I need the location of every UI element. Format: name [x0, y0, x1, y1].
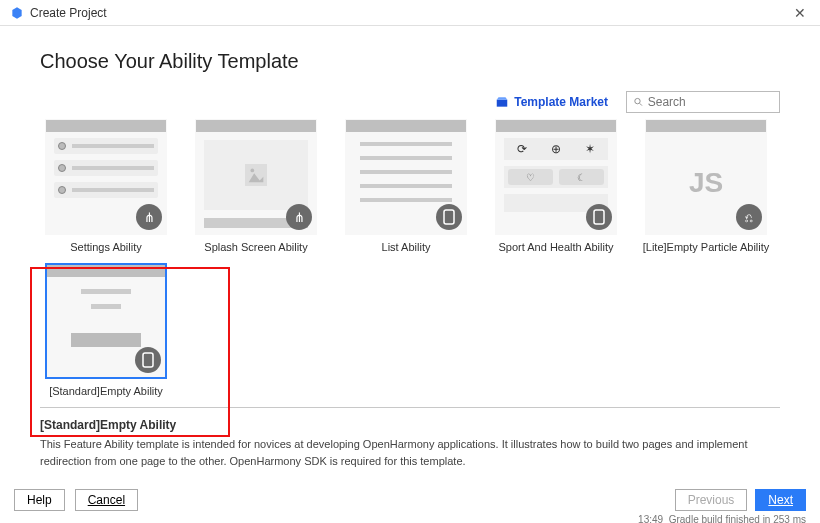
app-icon: [10, 6, 24, 20]
template-label: List Ability: [382, 241, 431, 253]
help-button[interactable]: Help: [14, 489, 65, 511]
template-market-link[interactable]: Template Market: [495, 95, 608, 109]
template-settings-ability[interactable]: ⋔ Settings Ability: [40, 119, 172, 253]
template-row-1: ⋔ Settings Ability ⋔ Splash Screen Abili…: [40, 119, 780, 253]
template-label: [Standard]Empty Ability: [49, 385, 163, 397]
phone-icon: [135, 347, 161, 373]
page-title: Choose Your Ability Template: [40, 50, 780, 73]
template-row-2: [Standard]Empty Ability: [40, 263, 780, 397]
template-lite-empty-particle-ability[interactable]: JS ⎌ [Lite]Empty Particle Ability: [640, 119, 772, 253]
titlebar-left: Create Project: [10, 6, 107, 20]
search-icon: [633, 96, 644, 108]
market-icon: [495, 95, 509, 109]
toolbar: Template Market: [40, 91, 780, 113]
image-icon: [242, 164, 270, 186]
template-thumb[interactable]: ⋔: [195, 119, 317, 235]
template-sport-and-health-ability[interactable]: ⟳⊕✶ ♡☾ Sport And Health Ability: [490, 119, 622, 253]
footer: Help Cancel Previous Next: [0, 489, 820, 511]
description-title: [Standard]Empty Ability: [40, 418, 780, 432]
template-thumb[interactable]: [345, 119, 467, 235]
svg-rect-6: [444, 210, 454, 224]
svg-point-5: [251, 169, 255, 173]
svg-rect-7: [594, 210, 604, 224]
next-button[interactable]: Next: [755, 489, 806, 511]
statusbar: 13:49 Gradle build finished in 253 ms: [0, 514, 820, 523]
svg-rect-3: [245, 164, 267, 186]
close-icon[interactable]: ✕: [790, 5, 810, 21]
cancel-button[interactable]: Cancel: [75, 489, 138, 511]
share-icon: ⋔: [286, 204, 312, 230]
search-input[interactable]: [648, 95, 773, 109]
svg-rect-8: [143, 353, 153, 367]
description-panel: [Standard]Empty Ability This Feature Abi…: [0, 408, 820, 469]
template-list-ability[interactable]: List Ability: [340, 119, 472, 253]
template-gallery: ⋔ Settings Ability ⋔ Splash Screen Abili…: [40, 119, 780, 397]
phone-icon: [586, 204, 612, 230]
template-thumb[interactable]: JS ⎌: [645, 119, 767, 235]
template-label: Settings Ability: [70, 241, 142, 253]
template-label: Splash Screen Ability: [204, 241, 307, 253]
svg-rect-0: [497, 100, 508, 107]
template-market-label: Template Market: [514, 95, 608, 109]
template-splash-screen-ability[interactable]: ⋔ Splash Screen Ability: [190, 119, 322, 253]
status-time: 13:49: [638, 514, 663, 523]
content: Choose Your Ability Template Template Ma…: [0, 26, 820, 397]
template-thumb[interactable]: ⟳⊕✶ ♡☾: [495, 119, 617, 235]
status-message: Gradle build finished in 253 ms: [669, 514, 806, 523]
svg-point-1: [635, 98, 640, 103]
description-text: This Feature Ability template is intende…: [40, 436, 780, 469]
svg-line-2: [640, 103, 642, 105]
previous-button: Previous: [675, 489, 748, 511]
phone-icon: [436, 204, 462, 230]
router-icon: ⎌: [736, 204, 762, 230]
share-icon: ⋔: [136, 204, 162, 230]
window-title: Create Project: [30, 6, 107, 20]
template-thumb[interactable]: ⋔: [45, 119, 167, 235]
search-box[interactable]: [626, 91, 780, 113]
template-standard-empty-ability[interactable]: [Standard]Empty Ability: [40, 263, 172, 397]
titlebar: Create Project ✕: [0, 0, 820, 26]
template-thumb-selected[interactable]: [45, 263, 167, 379]
template-label: Sport And Health Ability: [499, 241, 614, 253]
template-label: [Lite]Empty Particle Ability: [643, 241, 770, 253]
